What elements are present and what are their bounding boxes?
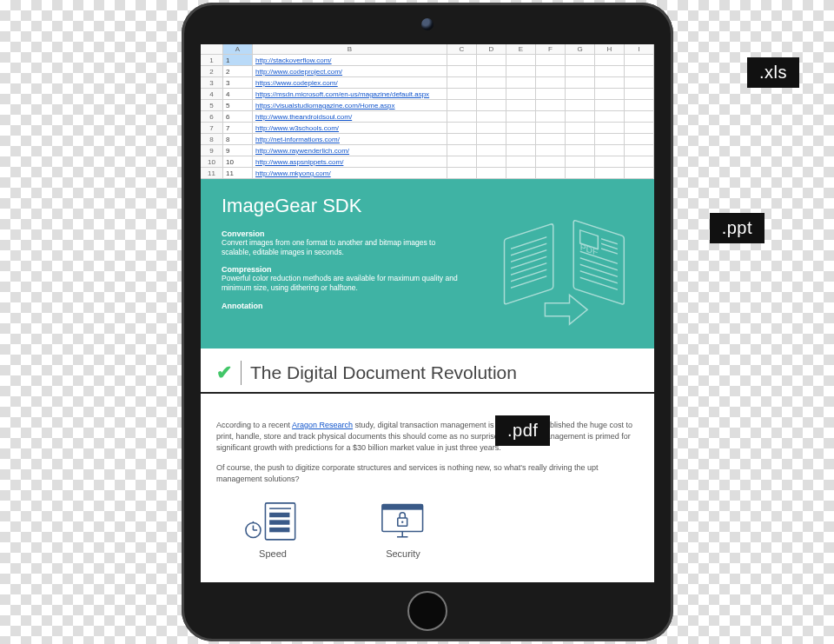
cell[interactable] bbox=[447, 168, 477, 178]
table-row[interactable]: 44https://msdn.microsoft.com/en-us/magaz… bbox=[201, 89, 654, 100]
table-row[interactable]: 1010http://www.aspsnippets.com/ bbox=[201, 156, 654, 168]
cell[interactable] bbox=[477, 123, 506, 133]
table-row[interactable]: 55https://visualstudiomagazine.com/Home.… bbox=[201, 100, 654, 111]
cell[interactable] bbox=[625, 168, 654, 178]
cell[interactable] bbox=[595, 168, 625, 178]
cell[interactable] bbox=[506, 123, 536, 133]
cell[interactable] bbox=[506, 134, 536, 144]
cell-b-link[interactable]: http://www.codeproject.com/ bbox=[253, 66, 447, 76]
cell[interactable] bbox=[536, 145, 566, 156]
table-row[interactable]: 1111http://www.mkyong.com/ bbox=[201, 168, 654, 179]
tablet-home-button[interactable] bbox=[407, 591, 447, 631]
cell[interactable] bbox=[536, 134, 566, 144]
cell[interactable] bbox=[506, 66, 536, 76]
cell-a[interactable]: 8 bbox=[223, 134, 253, 144]
column-header-e[interactable]: E bbox=[506, 44, 536, 54]
cell[interactable] bbox=[447, 77, 477, 88]
cell[interactable] bbox=[477, 111, 506, 122]
column-header-a[interactable]: A bbox=[223, 44, 253, 54]
cell[interactable] bbox=[506, 89, 536, 99]
cell[interactable] bbox=[536, 123, 566, 133]
cell[interactable] bbox=[595, 111, 625, 122]
column-header-f[interactable]: F bbox=[536, 44, 566, 54]
cell[interactable] bbox=[477, 168, 506, 178]
cell[interactable] bbox=[566, 77, 595, 88]
cell-a[interactable]: 3 bbox=[223, 77, 253, 88]
cell[interactable] bbox=[447, 111, 477, 122]
table-row[interactable]: 99http://www.raywenderlich.com/ bbox=[201, 145, 654, 156]
cell[interactable] bbox=[625, 100, 654, 110]
row-number[interactable]: 5 bbox=[201, 100, 223, 110]
cell-b-link[interactable]: http://www.w3schools.com/ bbox=[253, 123, 447, 133]
cell-b-link[interactable]: http://www.mkyong.com/ bbox=[253, 168, 447, 178]
column-header-h[interactable]: H bbox=[595, 44, 625, 54]
cell[interactable] bbox=[536, 168, 566, 178]
cell[interactable] bbox=[477, 134, 506, 144]
cell[interactable] bbox=[447, 145, 477, 156]
cell[interactable] bbox=[566, 111, 595, 122]
cell[interactable] bbox=[477, 55, 506, 65]
cell-b-link[interactable]: https://www.codeplex.com/ bbox=[253, 77, 447, 88]
cell-a[interactable]: 2 bbox=[223, 66, 253, 76]
cell[interactable] bbox=[566, 156, 595, 167]
row-number[interactable]: 10 bbox=[201, 156, 223, 167]
cell[interactable] bbox=[625, 156, 654, 167]
cell-a[interactable]: 7 bbox=[223, 123, 253, 133]
cell[interactable] bbox=[477, 77, 506, 88]
cell[interactable] bbox=[566, 55, 595, 65]
cell[interactable] bbox=[566, 134, 595, 144]
cell[interactable] bbox=[595, 89, 625, 99]
cell[interactable] bbox=[447, 134, 477, 144]
cell[interactable] bbox=[536, 156, 566, 167]
column-header-b[interactable]: B bbox=[253, 44, 447, 54]
cell[interactable] bbox=[536, 111, 566, 122]
cell[interactable] bbox=[447, 55, 477, 65]
cell[interactable] bbox=[595, 66, 625, 76]
cell[interactable] bbox=[447, 89, 477, 99]
cell[interactable] bbox=[477, 145, 506, 156]
cell-a[interactable]: 4 bbox=[223, 89, 253, 99]
table-row[interactable]: 11http://stackoverflow.com/ bbox=[201, 55, 654, 66]
cell[interactable] bbox=[506, 55, 536, 65]
cell[interactable] bbox=[536, 100, 566, 110]
cell-b-link[interactable]: https://msdn.microsoft.com/en-us/magazin… bbox=[253, 89, 447, 99]
cell[interactable] bbox=[625, 145, 654, 156]
corner-cell[interactable] bbox=[201, 44, 223, 54]
cell[interactable] bbox=[506, 168, 536, 178]
cell[interactable] bbox=[447, 123, 477, 133]
cell[interactable] bbox=[447, 156, 477, 167]
table-row[interactable]: 66http://www.theandroidsoul.com/ bbox=[201, 111, 654, 123]
cell[interactable] bbox=[566, 145, 595, 156]
aragon-research-link[interactable]: Aragon Research bbox=[292, 421, 353, 429]
cell-b-link[interactable]: http://www.aspsnippets.com/ bbox=[253, 156, 447, 167]
cell[interactable] bbox=[506, 100, 536, 110]
row-number[interactable]: 11 bbox=[201, 168, 223, 178]
cell[interactable] bbox=[595, 145, 625, 156]
cell[interactable] bbox=[506, 77, 536, 88]
row-number[interactable]: 8 bbox=[201, 134, 223, 144]
cell-b-link[interactable]: https://visualstudiomagazine.com/Home.as… bbox=[253, 100, 447, 110]
cell[interactable] bbox=[625, 111, 654, 122]
row-number[interactable]: 2 bbox=[201, 66, 223, 76]
cell[interactable] bbox=[506, 111, 536, 122]
cell[interactable] bbox=[625, 55, 654, 65]
column-header-i[interactable]: I bbox=[625, 44, 654, 54]
row-number[interactable]: 3 bbox=[201, 77, 223, 88]
cell[interactable] bbox=[566, 89, 595, 99]
cell-b-link[interactable]: http://www.raywenderlich.com/ bbox=[253, 145, 447, 156]
cell-b-link[interactable]: http://stackoverflow.com/ bbox=[253, 55, 447, 65]
cell[interactable] bbox=[477, 100, 506, 110]
cell[interactable] bbox=[506, 145, 536, 156]
cell[interactable] bbox=[625, 66, 654, 76]
column-header-c[interactable]: C bbox=[447, 44, 477, 54]
cell[interactable] bbox=[595, 123, 625, 133]
cell[interactable] bbox=[595, 100, 625, 110]
row-number[interactable]: 9 bbox=[201, 145, 223, 156]
cell[interactable] bbox=[595, 77, 625, 88]
cell[interactable] bbox=[595, 134, 625, 144]
cell[interactable] bbox=[625, 77, 654, 88]
cell[interactable] bbox=[625, 123, 654, 133]
row-number[interactable]: 4 bbox=[201, 89, 223, 99]
cell[interactable] bbox=[477, 156, 506, 167]
table-row[interactable]: 77http://www.w3schools.com/ bbox=[201, 123, 654, 134]
